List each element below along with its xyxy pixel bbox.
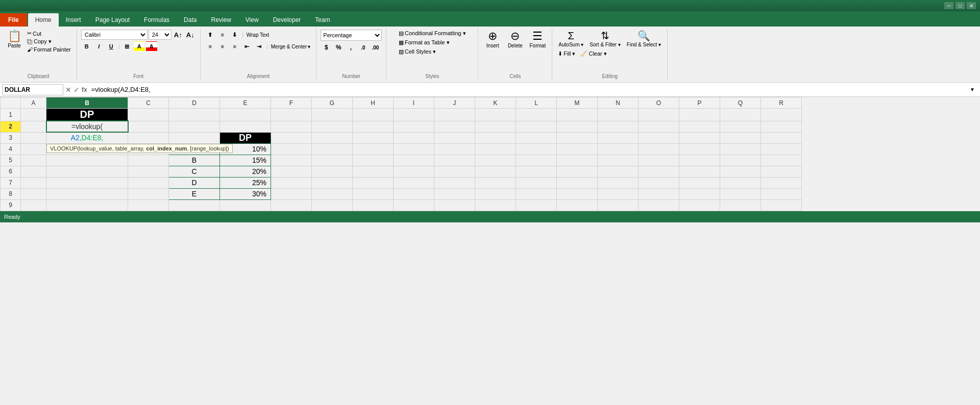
cell-G5[interactable]	[312, 155, 353, 166]
cell-H3[interactable]	[353, 132, 394, 143]
cell-A6[interactable]	[21, 166, 46, 177]
restore-btn[interactable]: □	[955, 2, 965, 9]
cell-E5[interactable]: 15%	[220, 155, 271, 166]
cell-G6[interactable]	[312, 166, 353, 177]
cell-O6[interactable]	[639, 166, 679, 177]
cell-A4[interactable]	[21, 143, 46, 155]
cell-P3[interactable]	[679, 132, 720, 143]
cell-G1[interactable]	[312, 109, 353, 121]
cell-H9[interactable]	[353, 199, 394, 211]
conditional-formatting-button[interactable]: ▤ Conditional Formatting ▾	[397, 30, 468, 37]
cell-M6[interactable]	[557, 166, 598, 177]
cell-G4[interactable]	[312, 143, 353, 155]
cell-Q5[interactable]	[720, 155, 761, 166]
col-header-C[interactable]: C	[128, 97, 169, 109]
close-btn[interactable]: ✕	[967, 2, 976, 9]
cell-J3[interactable]	[434, 132, 475, 143]
col-header-I[interactable]: I	[394, 97, 434, 109]
align-left-btn[interactable]: ≡	[205, 41, 216, 52]
cell-L2[interactable]	[516, 121, 557, 132]
cell-H1[interactable]	[353, 109, 394, 121]
cell-J2[interactable]	[434, 121, 475, 132]
cell-F9[interactable]	[271, 199, 312, 211]
align-middle-btn[interactable]: ≡	[217, 30, 228, 40]
cell-P6[interactable]	[679, 166, 720, 177]
minimize-btn[interactable]: ─	[944, 2, 953, 9]
cell-Q2[interactable]	[720, 121, 761, 132]
cell-Q7[interactable]	[720, 177, 761, 188]
row-header-1[interactable]: 1	[1, 109, 21, 121]
cell-E6[interactable]: 20%	[220, 166, 271, 177]
cell-C6[interactable]	[128, 166, 169, 177]
tab-team[interactable]: Team	[308, 13, 337, 27]
cell-F5[interactable]	[271, 155, 312, 166]
row-header-6[interactable]: 6	[1, 166, 21, 177]
cell-M5[interactable]	[557, 155, 598, 166]
cell-F2[interactable]	[271, 121, 312, 132]
cell-A1[interactable]	[21, 109, 46, 121]
insert-button[interactable]: ⊕ Insert	[482, 30, 503, 50]
cell-K2[interactable]	[475, 121, 516, 132]
cell-B7[interactable]	[46, 177, 128, 188]
cell-C7[interactable]	[128, 177, 169, 188]
row-header-2[interactable]: 2	[1, 121, 21, 132]
align-right-btn[interactable]: ≡	[229, 41, 240, 52]
cell-C3[interactable]	[128, 132, 169, 143]
fill-color-button[interactable]: A	[134, 41, 145, 52]
col-header-A[interactable]: A	[21, 97, 46, 109]
cell-I3[interactable]	[394, 132, 434, 143]
cell-D9[interactable]	[169, 199, 220, 211]
border-button[interactable]: ⊞	[121, 41, 133, 52]
cell-N6[interactable]	[598, 166, 639, 177]
bold-button[interactable]: B	[81, 41, 92, 52]
cell-J1[interactable]	[434, 109, 475, 121]
cell-Q8[interactable]	[720, 188, 761, 199]
cell-D2[interactable]	[169, 121, 220, 132]
cell-L1[interactable]	[516, 109, 557, 121]
cell-I6[interactable]	[394, 166, 434, 177]
cell-I9[interactable]	[394, 199, 434, 211]
tab-home[interactable]: Home	[28, 13, 59, 27]
tab-developer[interactable]: Developer	[266, 13, 308, 27]
col-header-J[interactable]: J	[434, 97, 475, 109]
col-header-Q[interactable]: Q	[720, 97, 761, 109]
col-header-N[interactable]: N	[598, 97, 639, 109]
row-header-7[interactable]: 7	[1, 177, 21, 188]
name-box[interactable]	[2, 84, 63, 95]
cell-K6[interactable]	[475, 166, 516, 177]
row-header-8[interactable]: 8	[1, 188, 21, 199]
cell-P7[interactable]	[679, 177, 720, 188]
increase-decimal-btn[interactable]: .00	[370, 42, 381, 53]
cell-B2[interactable]: =vlookup(	[46, 121, 128, 132]
cell-E3[interactable]: DP	[220, 132, 271, 143]
cell-B8[interactable]	[46, 188, 128, 199]
cell-B1[interactable]: DP	[46, 109, 128, 121]
tab-review[interactable]: Review	[204, 13, 238, 27]
cell-K1[interactable]	[475, 109, 516, 121]
wrap-text-button[interactable]: Wrap Text	[245, 32, 271, 38]
col-header-K[interactable]: K	[475, 97, 516, 109]
cell-L4[interactable]	[516, 143, 557, 155]
cell-F6[interactable]	[271, 166, 312, 177]
cell-O9[interactable]	[639, 199, 679, 211]
cell-Q9[interactable]	[720, 199, 761, 211]
cell-Q4[interactable]	[720, 143, 761, 155]
cell-E9[interactable]	[220, 199, 271, 211]
sort-filter-button[interactable]: ⇅ Sort & Filter ▾	[587, 30, 623, 49]
cell-F4[interactable]	[271, 143, 312, 155]
col-header-F[interactable]: F	[271, 97, 312, 109]
cell-A2[interactable]	[21, 121, 46, 132]
cell-M8[interactable]	[557, 188, 598, 199]
cell-K5[interactable]	[475, 155, 516, 166]
col-header-D[interactable]: D	[169, 97, 220, 109]
cell-D3[interactable]	[169, 132, 220, 143]
italic-button[interactable]: I	[93, 41, 105, 52]
cell-N2[interactable]	[598, 121, 639, 132]
cell-C8[interactable]	[128, 188, 169, 199]
tab-file[interactable]: File	[0, 13, 27, 27]
font-size-select[interactable]: 24	[149, 30, 172, 40]
cell-P2[interactable]	[679, 121, 720, 132]
clear-button[interactable]: 🧹 Clear ▾	[579, 50, 608, 58]
cell-H8[interactable]	[353, 188, 394, 199]
confirm-formula-icon[interactable]: ✓	[74, 86, 80, 94]
